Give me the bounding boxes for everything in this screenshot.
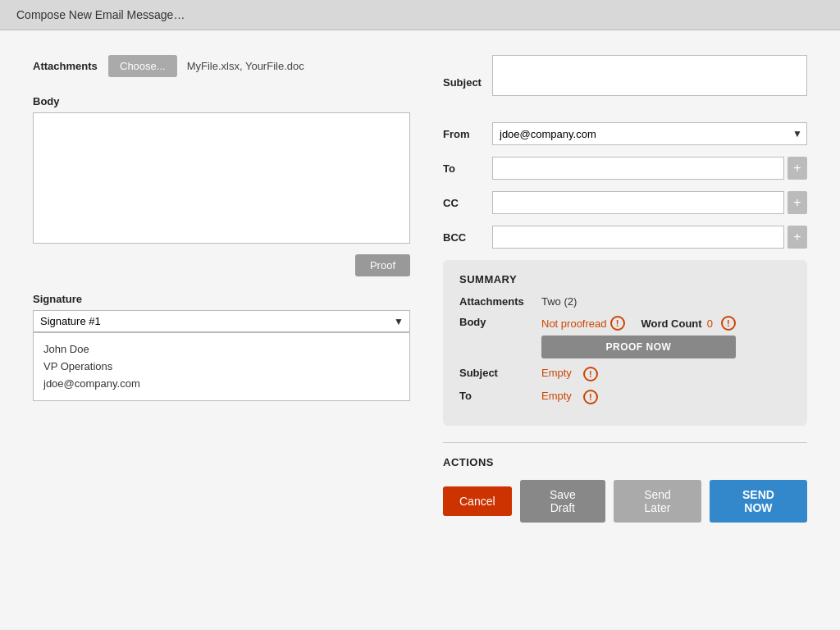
summary-to-label: To	[459, 390, 533, 402]
summary-body-row: Body Not proofread ! Word Count 0 ! PROO…	[459, 316, 791, 358]
word-count-value: 0	[707, 317, 713, 330]
proof-button-row: Proof	[33, 254, 410, 276]
from-select-wrapper: jdoe@company.com ▼	[492, 122, 807, 145]
signature-line2: VP Operations	[43, 358, 399, 376]
signature-select[interactable]: Signature #1	[33, 310, 410, 332]
to-plus-button[interactable]: +	[788, 157, 807, 180]
cc-row: CC +	[443, 191, 807, 214]
choose-button[interactable]: Choose...	[108, 55, 177, 77]
attachments-row: Attachments Choose... MyFile.xlsx, YourF…	[33, 55, 410, 77]
summary-to-row: To Empty !	[459, 390, 791, 404]
actions-divider	[443, 442, 807, 443]
word-count-section: Word Count 0 !	[641, 316, 736, 331]
summary-box: SUMMARY Attachments Two (2) Body Not pro…	[443, 260, 807, 426]
summary-title: SUMMARY	[459, 273, 791, 285]
left-panel: Attachments Choose... MyFile.xlsx, YourF…	[33, 55, 410, 605]
bcc-input[interactable]	[492, 226, 784, 249]
send-later-button[interactable]: Send Later	[614, 480, 701, 523]
word-count-label: Word Count	[641, 317, 702, 330]
save-draft-button[interactable]: Save Draft	[520, 480, 606, 523]
summary-subject-row: Subject Empty !	[459, 367, 791, 381]
to-warning-icon: !	[583, 390, 598, 404]
bcc-label: BCC	[443, 231, 492, 244]
title-bar: Compose New Email Message…	[0, 0, 840, 30]
summary-to-status: Empty	[541, 390, 572, 402]
subject-warning-icon: !	[583, 367, 598, 381]
window-title: Compose New Email Message…	[16, 8, 185, 21]
actions-row: Cancel Save Draft Send Later SEND NOW	[443, 480, 807, 523]
signature-select-wrapper: Signature #1 ▼	[33, 310, 410, 332]
actions-title: ACTIONS	[443, 456, 807, 468]
cc-input[interactable]	[492, 191, 784, 214]
summary-body-content: Not proofread ! Word Count 0 ! PROOF NOW	[541, 316, 736, 358]
subject-input[interactable]	[492, 55, 807, 96]
to-label: To	[443, 162, 492, 175]
signature-preview: John Doe VP Operations jdoe@company.com	[33, 332, 410, 401]
word-count-warning-icon: !	[721, 316, 736, 331]
summary-body-top: Not proofread ! Word Count 0 !	[541, 316, 736, 331]
summary-attachments-label: Attachments	[459, 295, 533, 308]
subject-row: Subject	[443, 55, 807, 109]
body-warning-icon: !	[610, 316, 625, 331]
summary-body-status: Not proofread	[541, 317, 607, 330]
cc-plus-button[interactable]: +	[788, 191, 807, 214]
right-panel: Subject From jdoe@company.com ▼ To + CC …	[443, 55, 807, 605]
from-row: From jdoe@company.com ▼	[443, 122, 807, 145]
summary-attachments-value: Two (2)	[541, 295, 577, 308]
summary-attachments-row: Attachments Two (2)	[459, 295, 791, 308]
subject-section: Subject	[443, 55, 807, 109]
cc-label: CC	[443, 197, 492, 209]
bcc-row: BCC +	[443, 226, 807, 249]
subject-label: Subject	[443, 76, 492, 89]
summary-subject-status: Empty	[541, 367, 572, 379]
proof-now-button[interactable]: PROOF NOW	[541, 336, 736, 358]
attachment-files: MyFile.xlsx, YourFile.doc	[187, 60, 304, 72]
signature-line3: jdoe@company.com	[43, 376, 399, 393]
to-row: To +	[443, 157, 807, 180]
to-input[interactable]	[492, 157, 784, 180]
send-now-button[interactable]: SEND NOW	[710, 480, 807, 523]
body-section: Body	[33, 95, 410, 246]
summary-subject-label: Subject	[459, 367, 533, 379]
body-label: Body	[33, 95, 410, 107]
signature-label: Signature	[33, 293, 410, 305]
body-textarea[interactable]	[33, 112, 410, 244]
from-select[interactable]: jdoe@company.com	[492, 122, 807, 145]
cancel-button[interactable]: Cancel	[443, 486, 512, 516]
attachments-label: Attachments	[33, 60, 98, 72]
bcc-plus-button[interactable]: +	[788, 226, 807, 249]
summary-body-label: Body	[459, 316, 533, 328]
signature-section: Signature Signature #1 ▼ John Doe VP Ope…	[33, 293, 410, 401]
signature-line1: John Doe	[43, 341, 399, 358]
proof-button[interactable]: Proof	[355, 254, 410, 276]
from-label: From	[443, 128, 492, 140]
